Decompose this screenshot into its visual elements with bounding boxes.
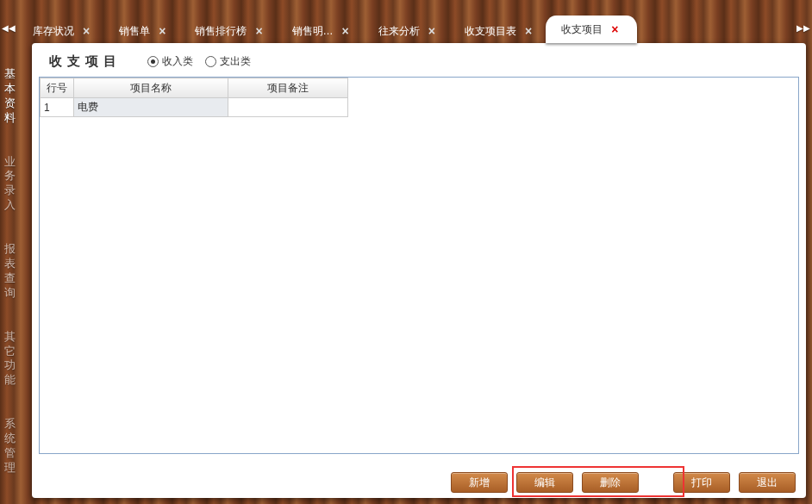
add-button[interactable]: 新增: [451, 472, 508, 493]
close-icon[interactable]: ×: [255, 19, 262, 43]
tab-sales-rank[interactable]: 销售排行榜 ×: [179, 19, 281, 43]
close-icon[interactable]: ×: [611, 16, 618, 43]
tab-ap-ar-analysis[interactable]: 往来分析 ×: [363, 19, 454, 43]
col-header-name[interactable]: 项目名称: [74, 78, 228, 98]
radio-dot-icon: [147, 56, 159, 67]
tab-scroll-left-icon[interactable]: ◀◀: [0, 16, 17, 40]
data-grid[interactable]: 行号 项目名称 项目备注 1 电费: [39, 77, 799, 454]
close-icon[interactable]: ×: [83, 19, 90, 43]
main-panel: 收支项目 收入类 支出类 行号 项目名称 项目备注: [32, 43, 806, 498]
radio-label: 收入类: [162, 54, 193, 69]
close-icon[interactable]: ×: [342, 19, 349, 43]
sidebar-item-report-query[interactable]: 报表查询: [0, 235, 19, 308]
tab-scroll-right-icon[interactable]: ▶▶: [795, 16, 812, 40]
table-row[interactable]: 1 电费: [41, 98, 348, 117]
page-title: 收支项目: [49, 53, 122, 70]
radio-dot-icon: [205, 56, 216, 67]
tab-sales-order[interactable]: 销售单 ×: [103, 19, 184, 43]
sidebar-item-basic-data[interactable]: 基本资料: [0, 60, 19, 133]
tab-income-expense-item[interactable]: 收支项目 ×: [546, 16, 637, 43]
sidebar-item-business-entry[interactable]: 业务录入: [0, 148, 19, 221]
cell-remark[interactable]: [228, 98, 348, 117]
panel-header: 收支项目 收入类 支出类: [32, 43, 806, 77]
close-icon[interactable]: ×: [159, 19, 166, 43]
print-button[interactable]: 打印: [673, 472, 730, 493]
tab-label: 销售单: [119, 19, 150, 43]
tab-sales-details[interactable]: 销售明… ×: [277, 19, 368, 43]
tab-income-expense-table[interactable]: 收支项目表 ×: [449, 19, 551, 43]
exit-button[interactable]: 退出: [739, 472, 796, 493]
tabs-container: 库存状况 × 销售单 × 销售排行榜 × 销售明… × 往来分析 × 收支项目表…: [17, 16, 795, 43]
close-icon[interactable]: ×: [428, 19, 435, 43]
col-header-rownum[interactable]: 行号: [41, 78, 74, 98]
tab-label: 往来分析: [378, 19, 420, 43]
edit-button[interactable]: 编辑: [516, 472, 573, 493]
tab-label: 销售排行榜: [195, 19, 247, 43]
close-icon[interactable]: ×: [525, 19, 532, 43]
tab-strip: ◀◀ 库存状况 × 销售单 × 销售排行榜 × 销售明… × 往来分析 × 收支…: [0, 0, 812, 43]
action-button-bar: 新增 编辑 删除 打印 退出: [451, 472, 796, 493]
left-rail: 基本资料 业务录入 报表查询 其它功能 系统管理: [0, 60, 19, 504]
delete-button[interactable]: 删除: [582, 472, 639, 493]
tab-label: 库存状况: [33, 19, 74, 43]
sidebar-item-system-management[interactable]: 系统管理: [0, 410, 19, 482]
sidebar-item-other-functions[interactable]: 其它功能: [0, 323, 19, 395]
tab-label: 收支项目: [561, 16, 603, 43]
cell-rownum: 1: [41, 98, 74, 117]
table-header-row: 行号 项目名称 项目备注: [41, 78, 348, 98]
tab-inventory-status[interactable]: 库存状况 ×: [17, 19, 109, 43]
radio-expense[interactable]: 支出类: [205, 54, 251, 69]
col-header-remark[interactable]: 项目备注: [228, 78, 348, 98]
radio-income[interactable]: 收入类: [147, 54, 193, 69]
tab-label: 销售明…: [292, 19, 334, 43]
cell-name[interactable]: 电费: [74, 98, 228, 117]
radio-label: 支出类: [220, 54, 251, 69]
category-radio-group: 收入类 支出类: [147, 54, 251, 69]
tab-label: 收支项目表: [465, 19, 516, 43]
